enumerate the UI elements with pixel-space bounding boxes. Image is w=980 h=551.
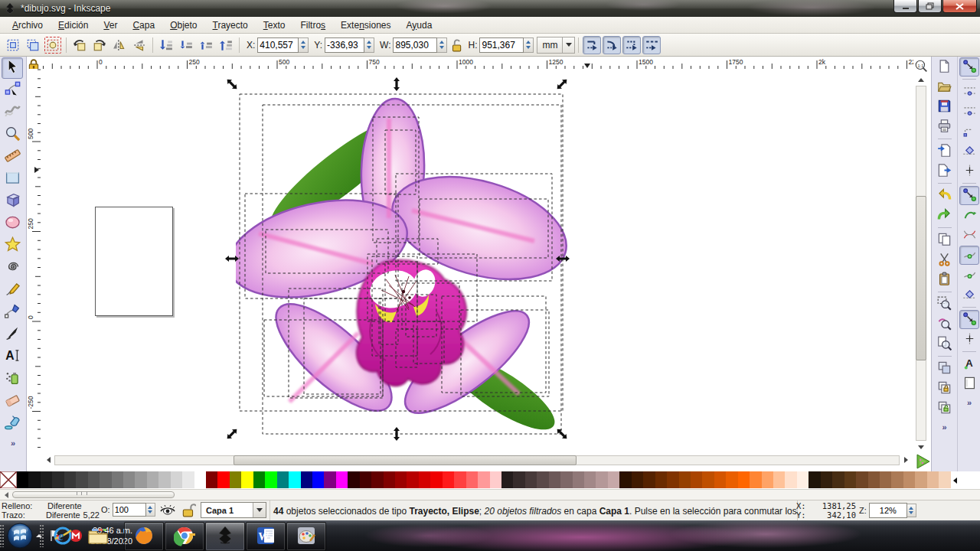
taskbar-inkscape-button[interactable] — [205, 522, 245, 551]
color-swatch[interactable] — [312, 471, 324, 488]
color-swatch[interactable] — [371, 471, 383, 488]
x-field[interactable] — [257, 37, 299, 53]
color-swatch[interactable] — [584, 471, 596, 488]
color-swatch[interactable] — [714, 471, 726, 488]
color-swatch[interactable] — [265, 471, 276, 488]
horizontal-scrollbar[interactable] — [41, 454, 913, 467]
color-swatch[interactable] — [76, 471, 87, 488]
tool-tweak[interactable] — [2, 102, 23, 123]
color-swatch[interactable] — [324, 471, 335, 488]
menu-archivo[interactable]: Archivo — [5, 18, 51, 32]
current-layer-dropdown[interactable]: Capa 1 — [201, 502, 266, 518]
move-patterns-toggle[interactable] — [642, 36, 661, 54]
cut-button[interactable] — [935, 250, 955, 269]
menu-filtros[interactable]: Filtros — [292, 18, 333, 32]
copy-button[interactable] — [935, 230, 955, 249]
color-swatch[interactable] — [915, 471, 926, 488]
color-swatch[interactable] — [466, 471, 478, 488]
color-swatch[interactable] — [443, 471, 454, 488]
raise-to-top-button[interactable] — [217, 36, 235, 54]
color-swatch[interactable] — [619, 471, 631, 488]
menu-texto[interactable]: Texto — [256, 18, 293, 32]
color-swatch[interactable] — [147, 471, 158, 488]
color-swatch[interactable] — [762, 471, 773, 488]
color-swatch[interactable] — [808, 471, 820, 488]
taskbar-word-button[interactable]: W — [246, 522, 286, 551]
tool-eraser[interactable] — [2, 390, 23, 412]
tool-zoom[interactable] — [2, 124, 23, 145]
taskbar-chrome-button[interactable] — [165, 522, 204, 551]
color-swatch[interactable] — [773, 471, 785, 488]
orchid-drawing[interactable] — [236, 88, 573, 440]
color-swatch[interactable] — [100, 471, 111, 488]
color-swatch[interactable] — [289, 471, 300, 488]
color-swatch[interactable] — [927, 471, 939, 488]
opacity-spinner[interactable] — [146, 503, 155, 517]
new-document-button[interactable] — [935, 57, 955, 77]
color-swatch[interactable] — [537, 471, 548, 488]
zoom-drawing-button[interactable] — [935, 315, 955, 334]
paste-button[interactable] — [935, 270, 955, 289]
palette-scroll-thumb[interactable] — [12, 491, 175, 498]
color-swatch[interactable] — [28, 471, 40, 488]
color-swatch[interactable] — [395, 471, 407, 488]
tool-text[interactable]: A — [2, 346, 23, 367]
y-field-spinner[interactable] — [364, 37, 374, 53]
unit-dropdown-arrow-icon[interactable] — [562, 37, 574, 53]
unlink-clone-button[interactable] — [935, 399, 955, 418]
vscroll-thumb[interactable] — [916, 196, 926, 360]
guide-lock-icon[interactable] — [27, 58, 41, 69]
snap-bbox-edges-button[interactable] — [959, 102, 979, 121]
unit-dropdown[interactable]: mm — [537, 37, 575, 54]
color-swatch[interactable] — [41, 471, 52, 488]
zoom-spinner[interactable] — [907, 504, 916, 517]
deselect-button[interactable] — [44, 36, 62, 54]
lock-ratio-button[interactable] — [449, 36, 463, 54]
snap-overflow-button[interactable]: » — [958, 398, 980, 407]
flip-horizontal-button[interactable] — [110, 36, 129, 54]
color-swatch[interactable] — [880, 471, 891, 488]
scale-corners-toggle[interactable] — [603, 36, 621, 54]
color-swatch[interactable] — [903, 471, 915, 488]
color-swatch[interactable] — [501, 471, 513, 488]
color-swatch[interactable] — [643, 471, 655, 488]
color-swatch[interactable] — [573, 471, 584, 488]
commands-overflow-button[interactable]: » — [932, 422, 957, 432]
color-swatch[interactable] — [112, 471, 123, 488]
color-swatch[interactable] — [230, 471, 241, 488]
w-field[interactable] — [393, 37, 437, 53]
snap-bbox-button[interactable] — [959, 82, 979, 101]
color-swatch[interactable] — [856, 471, 867, 488]
menu-trayecto[interactable]: Trayecto — [205, 18, 256, 32]
color-swatch[interactable] — [194, 471, 206, 488]
color-swatch[interactable] — [785, 471, 796, 488]
color-swatch[interactable] — [88, 471, 100, 488]
menu-ayuda[interactable]: Ayuda — [399, 18, 440, 32]
zoom-1-1-icon[interactable]: 1:1 — [914, 59, 928, 73]
scroll-up-icon[interactable] — [913, 73, 929, 86]
layer-dropdown-arrow-icon[interactable] — [253, 503, 266, 517]
snap-cusp-nodes-button[interactable] — [959, 246, 979, 265]
color-swatch[interactable] — [17, 471, 28, 488]
color-swatch[interactable] — [123, 471, 135, 488]
color-swatch[interactable] — [608, 471, 619, 488]
color-swatch[interactable] — [655, 471, 667, 488]
color-swatch[interactable] — [797, 471, 808, 488]
color-swatch[interactable] — [560, 471, 572, 488]
color-swatch[interactable] — [253, 471, 265, 488]
color-swatch[interactable] — [64, 471, 76, 488]
palette-scrollbar[interactable] — [0, 489, 980, 500]
color-swatch[interactable] — [384, 471, 395, 488]
rotate-cw-button[interactable] — [90, 36, 109, 54]
open-document-button[interactable] — [935, 77, 955, 96]
undo-button[interactable] — [935, 186, 955, 205]
tool-selector[interactable] — [2, 57, 23, 79]
color-swatch[interactable] — [632, 471, 643, 488]
color-swatch[interactable] — [52, 471, 64, 488]
color-swatch[interactable] — [217, 471, 229, 488]
snap-object-centers-button[interactable] — [959, 330, 979, 349]
select-all-button[interactable] — [4, 36, 22, 54]
tool-spray[interactable] — [2, 368, 23, 390]
snap-bbox-midpoints-button[interactable] — [959, 142, 979, 161]
color-swatch[interactable] — [844, 471, 856, 488]
